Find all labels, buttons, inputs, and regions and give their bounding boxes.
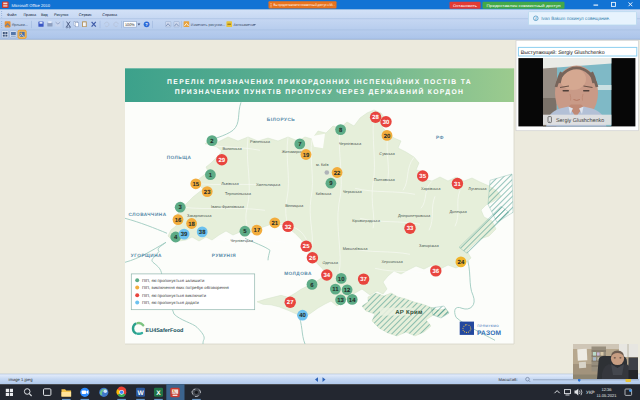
svg-text:16: 16 <box>175 217 182 224</box>
svg-text:ПІП, які пропонується виключит: ПІП, які пропонується виключити <box>142 293 207 298</box>
svg-text:11.05.2021: 11.05.2021 <box>596 393 617 398</box>
svg-text:БІЛОРУСЬ: БІЛОРУСЬ <box>267 117 295 122</box>
svg-text:Вид: Вид <box>41 13 49 17</box>
svg-text:Автозамена: Автозамена <box>234 23 255 27</box>
svg-text:Київська: Київська <box>316 191 332 196</box>
svg-text:33: 33 <box>407 225 414 232</box>
svg-text:Остановить: Остановить <box>453 4 477 8</box>
svg-text:18: 18 <box>188 221 195 228</box>
svg-text:Правка: Правка <box>23 13 37 17</box>
svg-text:Миколаївська: Миколаївська <box>343 246 369 251</box>
svg-text:Справка: Справка <box>102 13 118 17</box>
svg-text:Полтавська: Полтавська <box>374 177 396 182</box>
svg-text:СЛОВАЧЧИНА: СЛОВАЧЧИНА <box>128 212 166 217</box>
svg-text:Чернівецька: Чернівецька <box>231 238 254 243</box>
svg-text:м. Київ: м. Київ <box>316 162 328 167</box>
svg-text:15: 15 <box>192 181 199 188</box>
svg-text:25: 25 <box>303 243 310 250</box>
svg-text:EU4SaferFood: EU4SaferFood <box>146 328 184 334</box>
svg-text:ПРИЗНАЧЕНИХ ПУНКТІВ ПРОПУСКУ Ч: ПРИЗНАЧЕНИХ ПУНКТІВ ПРОПУСКУ ЧЕРЕЗ ДЕРЖА… <box>175 88 464 97</box>
svg-text:Львівська: Львівська <box>221 181 239 186</box>
svg-text:Рисунок: Рисунок <box>54 13 69 17</box>
svg-text:РУМУНІЯ: РУМУНІЯ <box>212 253 236 258</box>
svg-text:Хмельницька: Хмельницька <box>256 182 281 187</box>
svg-text:17: 17 <box>254 227 261 234</box>
svg-text:Файл: Файл <box>7 13 16 17</box>
svg-text:ПРЯМУЄМО: ПРЯМУЄМО <box>477 324 499 328</box>
svg-text:РФ: РФ <box>436 135 444 140</box>
svg-text:Выступающий: Sergiy Glushchenk: Выступающий: Sergiy Glushchenko <box>521 50 605 56</box>
svg-text:36: 36 <box>432 268 439 275</box>
svg-text:Херсонська: Херсонська <box>382 259 404 264</box>
svg-text:27: 27 <box>287 299 294 306</box>
svg-text:Вы предоставляете совместный д: Вы предоставляете совместный доступ к Mi… <box>274 3 336 7</box>
svg-text:31: 31 <box>454 181 461 188</box>
svg-text:Масштаб:: Масштаб: <box>499 377 518 382</box>
svg-text:РАЗОМ: РАЗОМ <box>477 330 502 337</box>
svg-text:АР Крим: АР Крим <box>395 309 423 316</box>
svg-text:Тернопільська: Тернопільська <box>225 191 252 196</box>
svg-text:ПІП, які пропонується залишити: ПІП, які пропонується залишити <box>142 278 205 283</box>
svg-text:12: 12 <box>344 287 351 294</box>
svg-text:X: X <box>156 390 161 397</box>
svg-text:W: W <box>137 390 144 397</box>
svg-text:ПІП, виключення яких потребує: ПІП, виключення яких потребує обговоренн… <box>142 285 229 290</box>
svg-text:Сумська: Сумська <box>379 151 395 156</box>
svg-text:МОЛДОВА: МОЛДОВА <box>284 272 312 277</box>
svg-text:40: 40 <box>299 312 306 319</box>
svg-text:19: 19 <box>303 152 310 159</box>
svg-text:20: 20 <box>384 133 391 140</box>
svg-text:11: 11 <box>332 286 339 293</box>
svg-text:32: 32 <box>285 224 292 231</box>
svg-text:30: 30 <box>383 119 390 126</box>
svg-text:image 1.jpeg: image 1.jpeg <box>9 377 34 382</box>
svg-text:100%: 100% <box>125 23 135 27</box>
svg-text:ПОЛЬЩА: ПОЛЬЩА <box>167 155 192 160</box>
svg-text:?: ? <box>145 22 148 27</box>
svg-text:Одеська: Одеська <box>323 260 339 265</box>
svg-text:24: 24 <box>458 259 465 266</box>
svg-text:Черкаська: Черкаська <box>343 189 363 194</box>
svg-text:Харківська: Харківська <box>421 186 441 191</box>
svg-text:13: 13 <box>337 297 344 304</box>
svg-text:Предоставлен совместный доступ: Предоставлен совместный доступ <box>487 4 561 8</box>
svg-text:Сервис: Сервис <box>79 13 92 17</box>
svg-text:26: 26 <box>309 255 316 262</box>
svg-text:Ivan Bakum покинул совещание.: Ivan Bakum покинул совещание. <box>541 16 610 21</box>
svg-text:Івано-Франківська: Івано-Франківська <box>211 204 245 209</box>
svg-text:38: 38 <box>199 229 206 236</box>
svg-text:ПІП, які пропонується додати: ПІП, які пропонується додати <box>142 300 200 305</box>
svg-text:Ярлыки...: Ярлыки... <box>12 23 28 27</box>
svg-text:35: 35 <box>419 173 426 180</box>
svg-text:29: 29 <box>218 157 225 164</box>
svg-text:39: 39 <box>181 231 188 238</box>
svg-text:21: 21 <box>271 220 278 227</box>
svg-text:34: 34 <box>323 272 330 279</box>
svg-text:Изменить рисунки...: Изменить рисунки... <box>191 23 225 27</box>
svg-text:Microsoft Office 2010: Microsoft Office 2010 <box>12 3 51 8</box>
svg-text:14: 14 <box>349 297 356 304</box>
svg-text:23: 23 <box>204 189 211 196</box>
svg-text:10: 10 <box>338 276 345 283</box>
svg-text:Луганська: Луганська <box>468 187 487 192</box>
svg-text:Кіровоградська: Кіровоградська <box>352 218 380 223</box>
svg-text:28: 28 <box>372 114 379 121</box>
svg-text:Донецька: Донецька <box>449 210 467 215</box>
svg-text:Дніпропетровська: Дніпропетровська <box>398 213 431 218</box>
svg-text:Закарпатська: Закарпатська <box>187 213 212 218</box>
svg-text:12:36: 12:36 <box>601 387 612 392</box>
svg-text:22: 22 <box>334 170 341 177</box>
svg-text:Вінницька: Вінницька <box>285 203 304 208</box>
svg-text:ПЕРЕЛІК ПРИЗНАЧЕНИХ ПРИКОРДОНН: ПЕРЕЛІК ПРИЗНАЧЕНИХ ПРИКОРДОННИХ ІНСПЕКЦ… <box>167 77 472 86</box>
svg-text:Запорізька: Запорізька <box>419 243 439 248</box>
svg-text:Sergiy Glushchenko: Sergiy Glushchenko <box>556 118 604 124</box>
svg-text:Рівненська: Рівненська <box>250 139 271 144</box>
svg-text:Чернігівська: Чернігівська <box>339 141 362 146</box>
svg-text:Волинська: Волинська <box>222 146 242 151</box>
svg-text:УКР: УКР <box>586 390 595 395</box>
svg-text:УГОРЩИНА: УГОРЩИНА <box>131 253 162 258</box>
svg-text:37: 37 <box>360 276 367 283</box>
